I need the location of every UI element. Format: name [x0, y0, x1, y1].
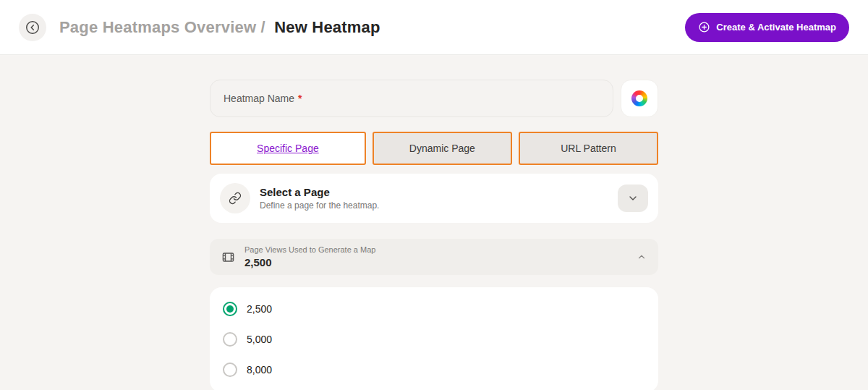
page-views-value: 2,500 — [244, 256, 375, 268]
select-page-title: Select a Page — [260, 186, 379, 198]
color-wheel-icon — [631, 90, 647, 106]
film-icon — [221, 250, 235, 264]
option-8000[interactable]: 8,000 — [210, 355, 658, 385]
plus-circle-icon — [698, 21, 710, 33]
color-picker-button[interactable] — [621, 80, 658, 117]
radio-selected-icon — [223, 302, 237, 316]
page-type-tabs: Specific Page Dynamic Page URL Pattern — [210, 132, 658, 165]
option-8000-label: 8,000 — [247, 364, 272, 376]
select-page-card[interactable]: Select a Page Define a page for the heat… — [210, 174, 658, 223]
option-2500-label: 2,500 — [247, 303, 272, 315]
arrow-left-circle-icon — [25, 20, 41, 35]
back-button[interactable] — [19, 14, 46, 41]
select-page-text: Select a Page Define a page for the heat… — [260, 186, 379, 211]
heatmap-name-row: Heatmap Name * — [210, 80, 658, 117]
option-2500[interactable]: 2,500 — [210, 294, 658, 324]
create-activate-heatmap-button[interactable]: Create & Activate Heatmap — [685, 13, 849, 42]
tab-dynamic-page[interactable]: Dynamic Page — [373, 132, 512, 165]
heatmap-name-input[interactable]: Heatmap Name * — [210, 80, 613, 117]
link-icon — [220, 183, 250, 213]
chevron-up-icon — [637, 252, 647, 262]
tab-specific-page[interactable]: Specific Page — [210, 132, 366, 165]
heatmap-name-placeholder: Heatmap Name — [224, 93, 294, 104]
tab-specific-page-label: Specific Page — [257, 143, 319, 154]
select-page-dropdown-button[interactable] — [618, 185, 648, 212]
breadcrumb-parent: Page Heatmaps Overview / — [59, 18, 265, 36]
required-asterisk: * — [298, 93, 302, 104]
option-5000-label: 5,000 — [247, 334, 272, 345]
main-content: Heatmap Name * Specific Page Dynamic Pag… — [0, 80, 868, 390]
tab-dynamic-page-label: Dynamic Page — [409, 143, 475, 154]
top-bar: Page Heatmaps Overview / New Heatmap Cre… — [0, 0, 868, 55]
select-page-subtitle: Define a page for the heatmap. — [260, 200, 379, 211]
page-views-header[interactable]: Page Views Used to Generate a Map 2,500 — [210, 239, 658, 275]
option-5000[interactable]: 5,000 — [210, 324, 658, 355]
radio-unselected-icon — [223, 332, 237, 347]
tab-url-pattern[interactable]: URL Pattern — [519, 132, 658, 165]
page-views-label: Page Views Used to Generate a Map — [244, 245, 375, 254]
create-activate-label: Create & Activate Heatmap — [716, 22, 836, 33]
page-views-text: Page Views Used to Generate a Map 2,500 — [244, 245, 375, 268]
tab-url-pattern-label: URL Pattern — [561, 143, 616, 154]
page-title: Page Heatmaps Overview / New Heatmap — [59, 18, 380, 37]
radio-unselected-icon — [223, 363, 237, 377]
page-views-options: 2,500 5,000 8,000 — [210, 287, 658, 390]
breadcrumb-current: New Heatmap — [274, 18, 380, 36]
chevron-down-icon — [627, 192, 639, 204]
